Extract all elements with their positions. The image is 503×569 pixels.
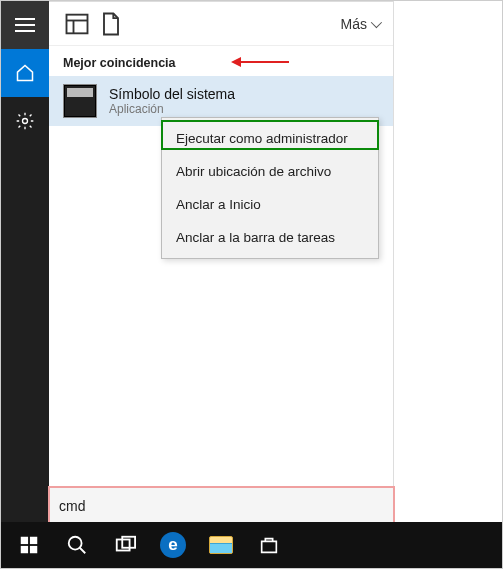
edge-button[interactable]: e [149,522,197,568]
windows-icon [18,534,40,556]
panel-toolbar: Más [49,2,393,46]
search-icon [66,534,88,556]
search-input[interactable] [59,498,384,514]
document-icon [97,10,125,38]
svg-rect-9 [30,546,37,553]
home-button[interactable] [1,49,49,97]
taskbar: e [1,522,503,568]
search-panel: Más Mejor coincidencia Símbolo del siste… [49,1,394,524]
svg-rect-8 [21,546,28,553]
filter-documents-button[interactable] [97,10,125,38]
result-title: Símbolo del sistema [109,86,235,102]
svg-rect-6 [21,537,28,544]
layout-icon [63,10,91,38]
cmd-icon [63,84,97,118]
svg-point-10 [69,537,82,550]
hamburger-icon [15,18,35,32]
settings-button[interactable] [1,97,49,145]
hamburger-button[interactable] [1,1,49,49]
svg-rect-1 [67,14,88,33]
search-bar[interactable] [49,487,394,524]
annotation-arrow [231,55,291,69]
task-view-button[interactable] [101,522,149,568]
more-filters-dropdown[interactable]: Más [341,16,379,32]
filter-apps-button[interactable] [63,10,91,38]
store-button[interactable] [245,522,293,568]
context-menu: Ejecutar como administrador Abrir ubicac… [161,117,379,259]
svg-point-0 [23,119,28,124]
svg-rect-7 [30,537,37,544]
ctx-pin-to-start[interactable]: Anclar a Inicio [162,188,378,221]
file-explorer-button[interactable] [197,522,245,568]
svg-line-11 [80,548,86,554]
start-button[interactable] [5,522,53,568]
section-header: Mejor coincidencia [49,46,393,76]
search-button[interactable] [53,522,101,568]
chevron-down-icon [371,16,382,27]
result-text: Símbolo del sistema Aplicación [109,86,235,116]
ctx-run-as-admin[interactable]: Ejecutar como administrador [162,122,378,155]
ctx-open-file-location[interactable]: Abrir ubicación de archivo [162,155,378,188]
svg-marker-5 [231,57,241,67]
task-view-icon [114,534,136,556]
svg-rect-13 [122,537,135,548]
home-icon [15,63,35,83]
more-label: Más [341,16,367,32]
gear-icon [15,111,35,131]
result-subtitle: Aplicación [109,102,235,116]
start-sidebar [1,1,49,524]
ctx-pin-to-taskbar[interactable]: Anclar a la barra de tareas [162,221,378,254]
store-icon [258,534,280,556]
folder-icon [209,536,233,554]
edge-icon: e [160,532,186,558]
